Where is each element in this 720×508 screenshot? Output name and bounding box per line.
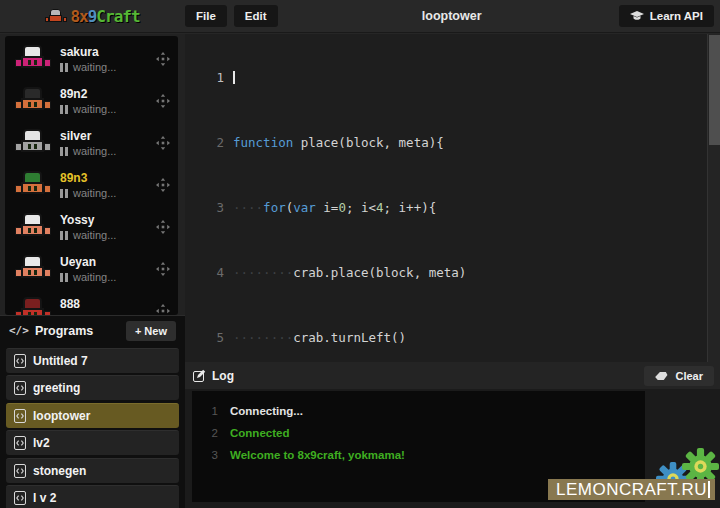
pause-icon <box>60 147 68 156</box>
crab-avatar <box>15 170 51 200</box>
program-item[interactable]: l v 2 <box>6 485 179 508</box>
move-player-icon[interactable] <box>156 220 170 234</box>
move-player-icon[interactable] <box>156 52 170 66</box>
line-number: 2 <box>185 135 233 151</box>
program-name: greeting <box>33 381 80 395</box>
player-info: 89n3 waiting... <box>60 171 156 199</box>
player-status-text: waiting... <box>73 103 116 115</box>
program-item[interactable]: lv2 <box>6 430 179 455</box>
code-text: ····for(var i=0; i<4; i++){ <box>233 200 436 216</box>
pause-icon <box>60 189 68 198</box>
program-file-icon <box>14 491 26 505</box>
program-file-icon <box>14 381 26 395</box>
player-status-text: waiting... <box>73 61 116 73</box>
line-number: 4 <box>185 265 233 281</box>
player-row[interactable]: silver waiting... <box>5 122 178 164</box>
log-entry-text: Welcome to 8x9craft, yokmama! <box>230 444 405 466</box>
text-cursor <box>233 71 235 84</box>
move-player-icon[interactable] <box>156 136 170 150</box>
code-text <box>233 70 235 86</box>
clear-log-button[interactable]: Clear <box>644 366 714 386</box>
move-player-icon[interactable] <box>156 262 170 276</box>
log-entry-number: 2 <box>192 422 230 444</box>
code-text: ········crab.turnLeft() <box>233 330 406 346</box>
player-info: 89n2 waiting... <box>60 87 156 115</box>
code-line[interactable]: 4 ········crab.place(block, meta) <box>185 265 720 281</box>
player-status-text: waiting... <box>73 271 116 283</box>
app-logo: 8x9Craft <box>0 7 185 26</box>
program-file-icon <box>14 464 26 478</box>
program-item[interactable]: Untitled 7 <box>6 348 179 373</box>
code-editor[interactable]: 1 2 function place(block, meta){ 3 ····f… <box>185 34 720 362</box>
program-name: lv2 <box>33 436 50 450</box>
programs-header: </> Programs + New <box>6 316 179 345</box>
code-text: function place(block, meta){ <box>233 135 444 151</box>
move-player-icon[interactable] <box>156 178 170 192</box>
pause-icon <box>60 105 68 114</box>
player-info: 888 waiting... <box>60 297 156 315</box>
code-line[interactable]: 3 ····for(var i=0; i<4; i++){ <box>185 200 720 216</box>
line-number: 5 <box>185 330 233 346</box>
player-name: 89n3 <box>60 171 156 185</box>
log-entry-text: Connecting... <box>230 400 303 422</box>
clear-log-label: Clear <box>675 370 703 382</box>
code-icon: </> <box>9 324 29 337</box>
scrollbar-thumb[interactable] <box>709 35 720 145</box>
log-entry: 3 Welcome to 8x9craft, yokmama! <box>192 444 645 466</box>
log-header: Log Clear <box>185 362 720 389</box>
player-info: silver waiting... <box>60 129 156 157</box>
player-row[interactable]: Ueyan waiting... <box>5 248 178 290</box>
program-name: looptower <box>33 409 90 423</box>
code-area[interactable]: 1 2 function place(block, meta){ 3 ····f… <box>185 34 720 362</box>
editor-scrollbar[interactable] <box>707 34 720 362</box>
pause-icon <box>60 273 68 282</box>
log-entry-number: 1 <box>192 400 230 422</box>
log-entry-text: Connected <box>230 422 289 444</box>
crab-avatar <box>15 254 51 284</box>
program-item[interactable]: greeting <box>6 375 179 400</box>
code-line[interactable]: 2 function place(block, meta){ <box>185 135 720 151</box>
player-status: waiting... <box>60 103 156 115</box>
player-info: sakura waiting... <box>60 45 156 73</box>
line-number: 3 <box>185 200 233 216</box>
log-title: Log <box>212 369 644 383</box>
player-row[interactable]: sakura waiting... <box>5 38 178 80</box>
player-list: sakura waiting... 89n2 <box>5 36 178 315</box>
player-info: Yossy waiting... <box>60 213 156 241</box>
learn-api-label: Learn API <box>650 10 703 22</box>
program-item[interactable]: stonegen <box>6 458 179 483</box>
code-line[interactable]: 5 ········crab.turnLeft() <box>185 330 720 346</box>
player-status: waiting... <box>60 145 156 157</box>
code-line[interactable]: 1 <box>185 70 720 86</box>
player-name: silver <box>60 129 156 143</box>
log-entry-number: 3 <box>192 444 230 466</box>
new-program-button[interactable]: + New <box>126 321 176 341</box>
eraser-icon <box>655 371 669 381</box>
watermark-caret <box>708 481 710 498</box>
program-name: l v 2 <box>33 491 56 505</box>
learn-api-button[interactable]: Learn API <box>619 5 714 27</box>
player-row[interactable]: Yossy waiting... <box>5 206 178 248</box>
player-row[interactable]: 89n3 waiting... <box>5 164 178 206</box>
top-bar: 8x9Craft File Edit looptower Learn API <box>0 0 720 33</box>
player-name: Yossy <box>60 213 156 227</box>
file-menu-button[interactable]: File <box>185 5 227 27</box>
log-edit-icon <box>193 369 206 382</box>
crab-avatar <box>15 212 51 242</box>
program-file-icon <box>14 436 26 450</box>
log-entry: 2 Connected <box>192 422 645 444</box>
move-player-icon[interactable] <box>156 94 170 108</box>
program-item[interactable]: looptower <box>6 403 179 428</box>
edit-menu-button[interactable]: Edit <box>234 5 278 27</box>
player-status: waiting... <box>60 271 156 283</box>
code-text: ········crab.place(block, meta) <box>233 265 466 281</box>
player-row[interactable]: 888 waiting... <box>5 290 178 315</box>
player-status-text: waiting... <box>73 229 116 241</box>
move-player-icon[interactable] <box>156 304 170 315</box>
program-file-icon <box>14 354 26 368</box>
programs-header-label: Programs <box>35 324 126 338</box>
watermark-text: LEMONCRAFT.RU <box>556 480 707 500</box>
crab-avatar <box>15 296 51 315</box>
crab-logo-icon <box>45 9 67 24</box>
player-row[interactable]: 89n2 waiting... <box>5 80 178 122</box>
